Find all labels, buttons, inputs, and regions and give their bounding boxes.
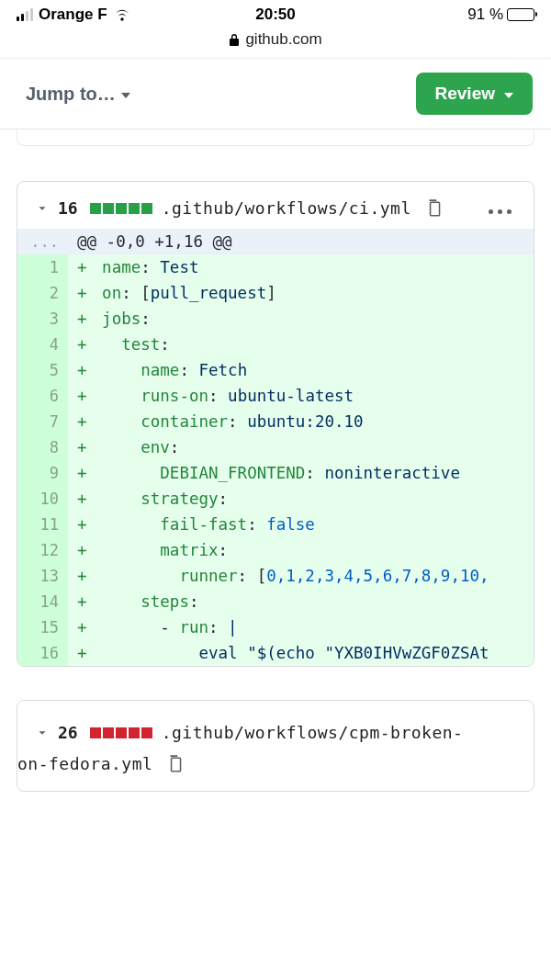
previous-file-card-edge — [17, 130, 534, 146]
diff-line-added[interactable]: 8+ env: — [17, 434, 534, 460]
diff-line-added[interactable]: 7+ container: ubuntu:20.10 — [17, 409, 534, 434]
hunk-header[interactable]: ... @@ -0,0 +1,16 @@ — [17, 229, 534, 254]
diff-line-added[interactable]: 14+ steps: — [17, 589, 534, 614]
line-number[interactable]: 12 — [17, 537, 68, 563]
pr-toolbar: Jump to… Review — [0, 58, 551, 130]
code-content: + matrix: — [68, 537, 534, 563]
carrier-label: Orange F — [39, 6, 107, 24]
line-number[interactable]: 5 — [17, 357, 68, 383]
diff-line-added[interactable]: 11+ fail-fast: false — [17, 512, 534, 537]
kebab-menu-button[interactable] — [489, 209, 512, 214]
line-number[interactable]: 1 — [17, 254, 68, 280]
diff-line-added[interactable]: 5+ name: Fetch — [17, 357, 534, 383]
review-label: Review — [435, 84, 495, 104]
line-number[interactable]: 4 — [17, 332, 68, 357]
battery-percent: 91 % — [467, 6, 503, 24]
cell-signal-icon — [17, 8, 33, 21]
chevron-down-icon[interactable] — [36, 727, 49, 739]
file-diff-card: 16 .github/workflows/ci.yml ... @@ -0,0 … — [17, 181, 534, 667]
diff-line-added[interactable]: 12+ matrix: — [17, 537, 534, 563]
code-content: + env: — [68, 434, 534, 460]
jump-to-button[interactable]: Jump to… — [26, 84, 130, 105]
code-content: + eval "$(echo "YXB0IHVwZGF0ZSAt — [68, 640, 534, 666]
chevron-down-icon — [504, 93, 513, 98]
line-number[interactable]: 10 — [17, 486, 68, 512]
battery-icon — [507, 8, 534, 21]
file-header[interactable]: 26 .github/workflows/cpm-broken- on-fedo… — [17, 701, 534, 791]
jump-to-label: Jump to… — [26, 84, 116, 105]
code-content: + strategy: — [68, 486, 534, 512]
code-content: + name: Fetch — [68, 357, 534, 383]
line-number[interactable]: 8 — [17, 434, 68, 460]
ios-status-bar: Orange F 20:50 91 % — [0, 0, 551, 27]
diff-line-added[interactable]: 9+ DEBIAN_FRONTEND: noninteractive — [17, 460, 534, 486]
diff-line-added[interactable]: 2+ on: [pull_request] — [17, 280, 534, 306]
copy-icon[interactable] — [167, 755, 184, 773]
code-content: + DEBIAN_FRONTEND: noninteractive — [68, 460, 534, 486]
line-number[interactable]: 13 — [17, 563, 68, 589]
code-content: + runner: [0,1,2,3,4,5,6,7,8,9,10, — [68, 563, 534, 589]
code-content: + on: [pull_request] — [68, 280, 534, 306]
hunk-text: @@ -0,0 +1,16 @@ — [68, 229, 534, 254]
diff-line-added[interactable]: 6+ runs-on: ubuntu-latest — [17, 383, 534, 409]
diff-line-count: 16 — [58, 198, 78, 218]
line-number[interactable]: 11 — [17, 512, 68, 537]
code-content: + steps: — [68, 589, 534, 614]
code-content: + runs-on: ubuntu-latest — [68, 383, 534, 409]
diff-stat-squares — [90, 203, 152, 214]
diff-line-added[interactable]: 13+ runner: [0,1,2,3,4,5,6,7,8,9,10, — [17, 563, 534, 589]
review-button[interactable]: Review — [416, 73, 533, 115]
browser-url-bar[interactable]: github.com — [0, 27, 551, 58]
file-path[interactable]: .github/workflows/cpm-broken- — [162, 717, 464, 749]
code-content: + container: ubuntu:20.10 — [68, 409, 534, 434]
wifi-icon — [113, 7, 131, 22]
line-number[interactable]: 6 — [17, 383, 68, 409]
url-host: github.com — [245, 30, 321, 49]
file-header[interactable]: 16 .github/workflows/ci.yml — [17, 182, 534, 229]
code-content: + jobs: — [68, 306, 534, 332]
diff-line-added[interactable]: 10+ strategy: — [17, 486, 534, 512]
diff-line-added[interactable]: 15+ - run: | — [17, 614, 534, 640]
file-path[interactable]: .github/workflows/ci.yml — [162, 198, 411, 218]
diff-line-added[interactable]: 4+ test: — [17, 332, 534, 357]
file-path-cont[interactable]: on-fedora.yml — [17, 749, 152, 780]
line-number[interactable]: 9 — [17, 460, 68, 486]
diff-line-added[interactable]: 1+ name: Test — [17, 254, 534, 280]
file-diff-card: 26 .github/workflows/cpm-broken- on-fedo… — [17, 700, 534, 792]
line-number[interactable]: 3 — [17, 306, 68, 332]
diff-stat-squares — [90, 727, 152, 738]
chevron-down-icon[interactable] — [36, 202, 49, 215]
lock-icon — [229, 33, 240, 46]
line-number[interactable]: 2 — [17, 280, 68, 306]
diff-line-count: 26 — [58, 717, 78, 749]
line-number[interactable]: 7 — [17, 409, 68, 434]
code-content: + name: Test — [68, 254, 534, 280]
line-number[interactable]: 14 — [17, 589, 68, 614]
diff-line-added[interactable]: 16+ eval "$(echo "YXB0IHVwZGF0ZSAt — [17, 640, 534, 666]
line-number[interactable]: 15 — [17, 614, 68, 640]
line-number[interactable]: 16 — [17, 640, 68, 666]
expand-hunk-icon[interactable]: ... — [17, 229, 68, 254]
diff-body: ... @@ -0,0 +1,16 @@ 1+ name: Test2+ on:… — [17, 229, 534, 666]
code-content: + fail-fast: false — [68, 512, 534, 537]
code-content: + - run: | — [68, 614, 534, 640]
diff-line-added[interactable]: 3+ jobs: — [17, 306, 534, 332]
code-content: + test: — [68, 332, 534, 357]
clock: 20:50 — [255, 6, 295, 24]
chevron-down-icon — [121, 93, 130, 98]
copy-icon[interactable] — [426, 199, 443, 218]
